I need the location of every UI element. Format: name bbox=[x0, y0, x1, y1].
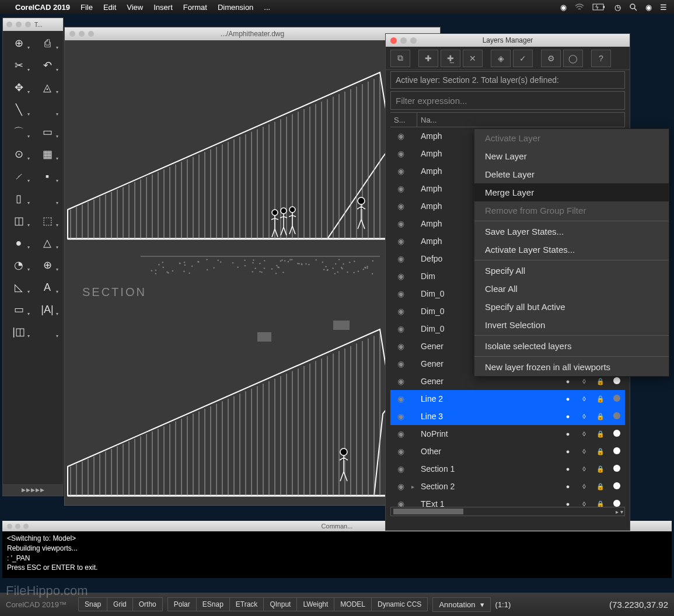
color-swatch[interactable] bbox=[609, 412, 625, 420]
color-swatch[interactable] bbox=[609, 395, 625, 403]
color-swatch[interactable] bbox=[609, 430, 625, 438]
tool-expand-handle[interactable]: ▶▶▶▶▶ bbox=[3, 484, 63, 496]
command-output[interactable]: <Switching to: Model> Rebuilding viewpor… bbox=[2, 531, 672, 575]
tool-button-13-0[interactable]: |◫▾ bbox=[6, 323, 31, 340]
lock-icon[interactable]: 🔒 bbox=[592, 378, 609, 385]
visibility-icon[interactable]: ◉ bbox=[390, 412, 411, 421]
context-menu-item[interactable]: Invert Selection bbox=[474, 316, 669, 334]
minimize-icon[interactable] bbox=[400, 37, 407, 44]
tool-button-3-1[interactable]: ▾ bbox=[35, 102, 60, 118]
show-icon[interactable]: ● bbox=[560, 483, 576, 490]
tool-button-12-0[interactable]: ▭▾ bbox=[6, 301, 31, 318]
tool-button-4-1[interactable]: ▭▾ bbox=[35, 124, 60, 140]
layer-row[interactable]: ◉TExt 1●◊🔒 bbox=[390, 495, 625, 507]
show-icon[interactable]: ● bbox=[560, 378, 576, 385]
menu-edit[interactable]: Edit bbox=[103, 3, 116, 12]
visibility-icon[interactable]: ◉ bbox=[390, 342, 411, 351]
layer-row[interactable]: ◉Line 3●◊🔒 bbox=[390, 408, 625, 425]
tool-button-2-0[interactable]: ✥▾ bbox=[6, 79, 31, 96]
context-menu-item[interactable]: New Layer bbox=[474, 147, 669, 165]
siri-icon[interactable]: ◉ bbox=[645, 3, 652, 12]
tool-button-12-1[interactable]: |A|▾ bbox=[35, 301, 60, 318]
tool-button-5-1[interactable]: ▦▾ bbox=[35, 146, 60, 162]
tool-button-5-0[interactable]: ⊙▾ bbox=[6, 146, 31, 162]
color-swatch[interactable] bbox=[609, 482, 625, 490]
search-icon[interactable] bbox=[629, 3, 637, 11]
show-icon[interactable]: ● bbox=[560, 448, 576, 455]
context-menu-item[interactable]: Clear All bbox=[474, 280, 669, 298]
show-icon[interactable]: ● bbox=[560, 395, 576, 402]
freeze-icon[interactable]: ◊ bbox=[576, 395, 592, 402]
layer-user-icon[interactable]: ◯ bbox=[563, 50, 583, 67]
layer-activate-icon[interactable]: ✓ bbox=[513, 50, 533, 67]
zoom-icon[interactable] bbox=[410, 37, 417, 44]
layer-list-header[interactable]: S... Na... bbox=[390, 112, 625, 127]
etrack-button[interactable]: ETrack bbox=[230, 598, 264, 611]
drawing-titlebar[interactable]: .../Amphitheater.dwg bbox=[65, 27, 440, 40]
esnap-button[interactable]: ESnap bbox=[197, 598, 230, 611]
context-menu-item[interactable]: Specify all but Active bbox=[474, 298, 669, 316]
visibility-icon[interactable]: ◉ bbox=[390, 184, 411, 193]
context-menu-item[interactable]: Delete Layer bbox=[474, 165, 669, 183]
visibility-icon[interactable]: ◉ bbox=[390, 307, 411, 316]
clock-icon[interactable]: ◷ bbox=[614, 3, 621, 12]
show-icon[interactable]: ● bbox=[560, 413, 576, 420]
annotation-dropdown[interactable]: Annotation▾ bbox=[432, 597, 490, 612]
tool-button-0-0[interactable]: ⊕▾ bbox=[6, 35, 31, 51]
layer-h-scrollbar[interactable]: ▸ ▾ bbox=[390, 507, 625, 516]
lock-icon[interactable]: 🔒 bbox=[592, 448, 609, 455]
freeze-icon[interactable]: ◊ bbox=[576, 413, 592, 420]
tool-button-1-1[interactable]: ↶▾ bbox=[35, 57, 60, 74]
tool-button-10-1[interactable]: ⊕▾ bbox=[35, 257, 60, 273]
col-name[interactable]: Na... bbox=[417, 113, 625, 127]
dynamic-ccs-button[interactable]: Dynamic CCS bbox=[372, 598, 427, 611]
layer-row[interactable]: ◉▸Section 2●◊🔒 bbox=[390, 478, 625, 495]
color-swatch[interactable] bbox=[609, 447, 625, 455]
freeze-icon[interactable]: ◊ bbox=[576, 430, 592, 437]
show-icon[interactable]: ● bbox=[560, 430, 576, 437]
layer-settings-icon[interactable]: ⚙ bbox=[541, 50, 561, 67]
tool-button-8-0[interactable]: ◫▾ bbox=[6, 213, 31, 229]
delete-layer-icon[interactable]: ✕ bbox=[463, 50, 483, 67]
close-icon[interactable] bbox=[390, 37, 397, 44]
menu-overflow[interactable]: ... bbox=[264, 3, 270, 12]
menu-file[interactable]: File bbox=[81, 3, 93, 12]
visibility-icon[interactable]: ◉ bbox=[390, 272, 411, 281]
visibility-icon[interactable]: ◉ bbox=[390, 464, 411, 474]
layer-row[interactable]: ◉Other●◊🔒 bbox=[390, 443, 625, 460]
show-icon[interactable]: ● bbox=[560, 500, 576, 507]
grid-button[interactable]: Grid bbox=[107, 598, 133, 611]
scale-label[interactable]: (1:1) bbox=[495, 600, 511, 609]
snap-button[interactable]: Snap bbox=[79, 598, 107, 611]
color-swatch[interactable] bbox=[609, 465, 625, 473]
visibility-icon[interactable]: ◉ bbox=[390, 219, 411, 228]
context-menu-item[interactable]: Save Layer States... bbox=[474, 222, 669, 241]
wifi-icon[interactable] bbox=[575, 4, 584, 11]
color-swatch[interactable] bbox=[609, 377, 625, 385]
polar-button[interactable]: Polar bbox=[168, 598, 197, 611]
menu-insert[interactable]: Insert bbox=[153, 3, 173, 12]
tool-button-10-0[interactable]: ◔▾ bbox=[6, 257, 31, 273]
tool-button-8-1[interactable]: ⬚▾ bbox=[35, 213, 60, 229]
lock-icon[interactable]: 🔒 bbox=[592, 413, 609, 420]
tool-button-6-1[interactable]: ▪▾ bbox=[35, 168, 60, 185]
tool-button-11-1[interactable]: A▾ bbox=[35, 279, 60, 295]
menu-view[interactable]: View bbox=[127, 3, 143, 12]
visibility-icon[interactable]: ◉ bbox=[390, 166, 411, 176]
menu-list-icon[interactable]: ☰ bbox=[660, 3, 667, 12]
tool-button-2-1[interactable]: ◬▾ bbox=[35, 79, 60, 96]
lock-icon[interactable]: 🔒 bbox=[592, 430, 609, 438]
tool-button-11-0[interactable]: ◺▾ bbox=[6, 279, 31, 295]
tool-button-4-0[interactable]: ⌒▾ bbox=[6, 124, 31, 140]
tool-palette-titlebar[interactable]: T... bbox=[3, 18, 63, 31]
tool-button-6-0[interactable]: ⟋▾ bbox=[6, 168, 31, 185]
color-swatch[interactable] bbox=[609, 500, 625, 507]
visibility-icon[interactable]: ◉ bbox=[390, 429, 411, 438]
battery-icon[interactable] bbox=[592, 4, 606, 11]
qinput-button[interactable]: QInput bbox=[264, 598, 297, 611]
freeze-icon[interactable]: ◊ bbox=[576, 500, 592, 507]
layer-row[interactable]: ◉Section 1●◊🔒 bbox=[390, 460, 625, 478]
lock-icon[interactable]: 🔒 bbox=[592, 483, 609, 490]
tool-button-7-1[interactable]: ▾ bbox=[35, 190, 60, 207]
tool-button-0-1[interactable]: ⎙▾ bbox=[35, 35, 60, 51]
